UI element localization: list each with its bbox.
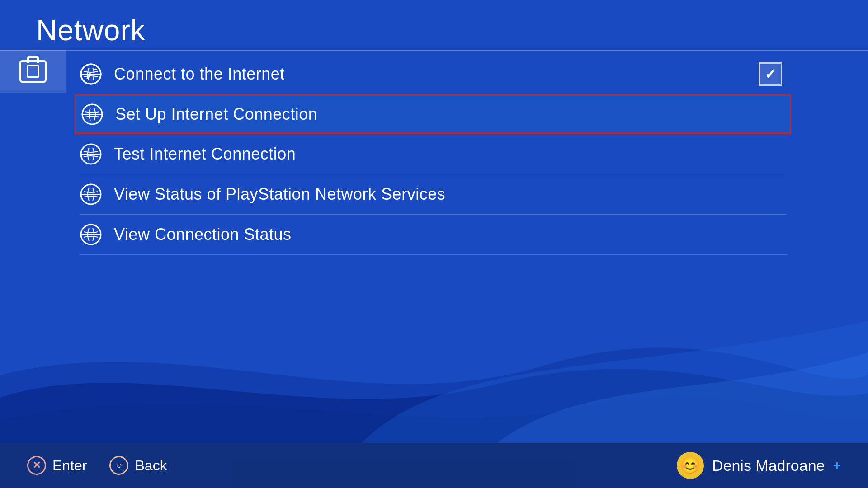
screenshot-icon-box <box>0 50 66 93</box>
test-internet-label: Test Internet Connection <box>114 145 296 164</box>
enter-control: ✕ Enter <box>27 456 87 475</box>
avatar: 😊 <box>677 452 704 479</box>
enter-label: Enter <box>52 457 87 474</box>
setup-internet-label: Set Up Internet Connection <box>115 105 317 124</box>
x-button[interactable]: ✕ <box>27 456 46 475</box>
ps-plus-icon: + <box>833 458 841 473</box>
wrench-icon-3 <box>79 142 103 166</box>
menu-item-psn-status[interactable]: View Status of PlayStation Network Servi… <box>79 174 787 215</box>
menu-item-test-internet[interactable]: Test Internet Connection <box>79 134 787 174</box>
menu-item-setup-internet[interactable]: Set Up Internet Connection <box>75 94 791 134</box>
o-icon: ○ <box>116 460 122 471</box>
bottom-controls-left: ✕ Enter ○ Back <box>27 456 167 475</box>
bottom-right: 😊 Denis Madroane + <box>677 452 841 479</box>
wrench-icon-2 <box>80 103 104 126</box>
screenshot-icon <box>19 60 47 83</box>
x-icon: ✕ <box>33 460 41 471</box>
background-waves <box>0 285 868 443</box>
checkmark-icon: ✓ <box>764 66 777 83</box>
back-label: Back <box>135 457 167 474</box>
menu-container: Connect to the Internet ✓ Set Up Interne… <box>79 54 787 255</box>
avatar-emoji: 😊 <box>680 456 700 475</box>
wrench-icon-5 <box>79 223 103 246</box>
page-title: Network <box>36 14 146 47</box>
psn-status-label: View Status of PlayStation Network Servi… <box>114 185 445 204</box>
menu-item-connection-status[interactable]: View Connection Status <box>79 215 787 255</box>
connection-status-label: View Connection Status <box>114 225 292 244</box>
connect-internet-label: Connect to the Internet <box>114 65 285 84</box>
connect-internet-checkbox[interactable]: ✓ <box>759 62 782 86</box>
bottom-bar: ✕ Enter ○ Back 😊 Denis Madroane + <box>0 443 868 488</box>
top-separator <box>0 50 868 51</box>
o-button[interactable]: ○ <box>109 456 128 475</box>
username: Denis Madroane <box>712 457 825 474</box>
screenshot-icon-inner <box>27 65 39 78</box>
wrench-icon-1 <box>79 62 103 86</box>
menu-item-connect-internet[interactable]: Connect to the Internet ✓ <box>79 54 787 94</box>
back-control: ○ Back <box>109 456 167 475</box>
wrench-icon-4 <box>79 183 103 206</box>
